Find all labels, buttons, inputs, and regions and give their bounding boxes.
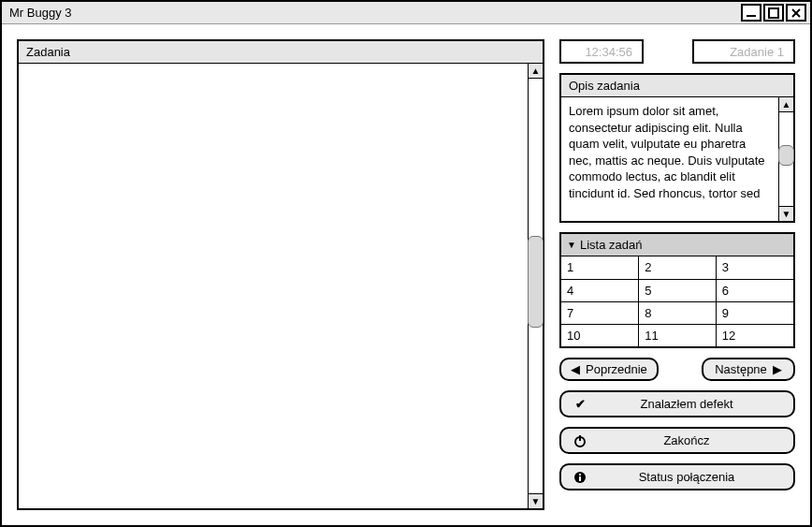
chevron-down-icon: ▼ xyxy=(567,240,576,250)
minimize-button[interactable] xyxy=(741,4,761,22)
scroll-down-button[interactable]: ▼ xyxy=(529,493,543,508)
task-list-panel: ▼ Lista zadań 1 2 3 4 5 6 7 xyxy=(559,232,795,348)
description-text: Lorem ipsum dolor sit amet, consectetur … xyxy=(569,103,771,201)
description-scrollbar[interactable]: ▲ ▼ xyxy=(778,97,793,221)
desc-scroll-track[interactable] xyxy=(779,112,793,206)
task-list-table: 1 2 3 4 5 6 7 8 9 10 xyxy=(561,256,793,346)
task-cell[interactable]: 10 xyxy=(561,324,639,346)
maximize-button[interactable] xyxy=(763,4,784,22)
current-task-display: Zadanie 1 xyxy=(692,39,795,64)
desc-scroll-up-button[interactable]: ▲ xyxy=(779,97,793,112)
svg-rect-0 xyxy=(747,15,756,17)
table-row: 10 11 12 xyxy=(561,324,793,346)
left-column: Zadania ▲ ▼ xyxy=(17,39,544,510)
task-cell[interactable]: 4 xyxy=(561,279,639,301)
task-cell[interactable]: 5 xyxy=(639,279,717,301)
description-body: Lorem ipsum dolor sit amet, consectetur … xyxy=(561,97,793,221)
svg-rect-7 xyxy=(579,476,581,481)
top-info-row: 12:34:56 Zadanie 1 xyxy=(559,39,795,64)
info-icon xyxy=(571,471,589,484)
found-defect-label: Znalazłem defekt xyxy=(589,397,784,411)
task-cell[interactable]: 9 xyxy=(716,301,793,324)
close-button[interactable] xyxy=(786,4,806,22)
scroll-track[interactable] xyxy=(529,79,543,493)
tasks-panel: Zadania ▲ ▼ xyxy=(17,39,544,510)
app-window: Mr Buggy 3 Zadania ▲ xyxy=(0,0,812,527)
previous-label: Poprzednie xyxy=(586,362,647,376)
description-panel: Opis zadania Lorem ipsum dolor sit amet,… xyxy=(559,73,795,223)
arrow-right-icon: ▶ xyxy=(773,362,782,376)
close-icon xyxy=(790,7,802,19)
task-cell[interactable]: 11 xyxy=(639,324,717,346)
task-cell[interactable]: 12 xyxy=(716,324,793,346)
titlebar: Mr Buggy 3 xyxy=(2,2,810,24)
task-cell[interactable]: 1 xyxy=(561,256,639,279)
nav-buttons-row: ◀ Poprzednie Następne ▶ xyxy=(559,358,795,381)
task-cell[interactable]: 2 xyxy=(639,256,717,279)
table-row: 1 2 3 xyxy=(561,256,793,279)
finish-label: Zakończ xyxy=(589,433,784,447)
arrow-left-icon: ◀ xyxy=(571,362,580,376)
desc-scroll-down-button[interactable]: ▼ xyxy=(779,206,793,221)
maximize-icon xyxy=(768,7,779,19)
task-list-header[interactable]: ▼ Lista zadań xyxy=(561,234,793,256)
tasks-panel-body: ▲ ▼ xyxy=(19,64,543,508)
right-column: 12:34:56 Zadanie 1 Opis zadania Lorem ip… xyxy=(559,39,795,510)
finish-button[interactable]: Zakończ xyxy=(559,427,795,454)
content-area: Zadania ▲ ▼ 12:34:56 Zadanie 1 xyxy=(2,24,810,525)
minimize-icon xyxy=(746,7,757,19)
task-cell[interactable]: 6 xyxy=(716,279,793,301)
connection-status-label: Status połączenia xyxy=(589,470,784,484)
description-header: Opis zadania xyxy=(561,75,793,97)
tasks-panel-content xyxy=(19,64,528,508)
table-row: 7 8 9 xyxy=(561,301,793,324)
found-defect-button[interactable]: ✔ Znalazłem defekt xyxy=(559,390,795,417)
description-content: Lorem ipsum dolor sit amet, consectetur … xyxy=(561,97,778,221)
power-icon xyxy=(571,434,589,447)
svg-rect-8 xyxy=(579,474,581,476)
scroll-thumb[interactable] xyxy=(528,236,544,327)
next-button[interactable]: Następne ▶ xyxy=(702,358,795,381)
window-title: Mr Buggy 3 xyxy=(9,6,739,20)
timer-display: 12:34:56 xyxy=(559,39,644,64)
table-row: 4 5 6 xyxy=(561,279,793,301)
task-list-title: Lista zadań xyxy=(580,238,643,252)
tasks-scrollbar[interactable]: ▲ ▼ xyxy=(528,64,543,508)
task-cell[interactable]: 8 xyxy=(639,301,717,324)
task-cell[interactable]: 3 xyxy=(716,256,793,279)
previous-button[interactable]: ◀ Poprzednie xyxy=(559,358,659,381)
task-cell[interactable]: 7 xyxy=(561,301,639,324)
check-icon: ✔ xyxy=(571,397,589,411)
desc-scroll-thumb[interactable] xyxy=(778,145,794,166)
scroll-up-button[interactable]: ▲ xyxy=(529,64,543,79)
next-label: Następne xyxy=(715,362,767,376)
connection-status-button[interactable]: Status połączenia xyxy=(559,463,795,490)
svg-rect-1 xyxy=(769,8,778,18)
tasks-panel-header: Zadania xyxy=(19,41,543,64)
